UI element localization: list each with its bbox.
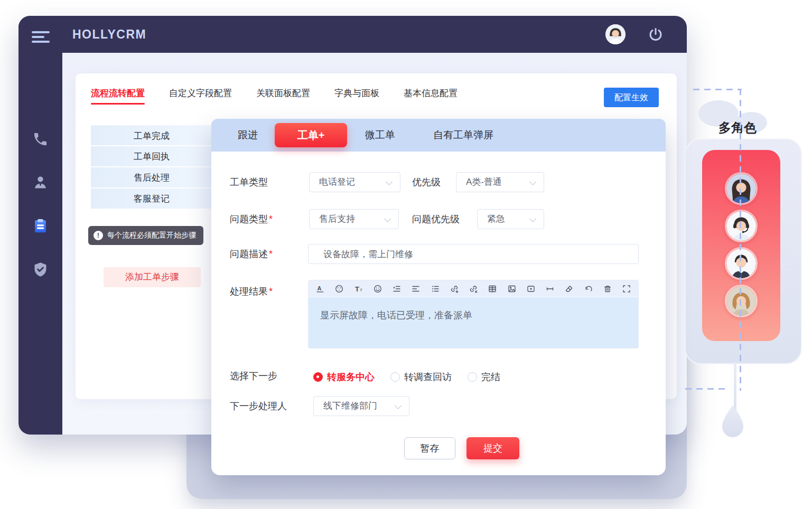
shield-icon[interactable] (32, 261, 49, 278)
list-item-service-register[interactable]: 客服登记 (91, 188, 212, 210)
teardrop-decoration (718, 406, 748, 442)
dashed-line-vertical (740, 89, 741, 391)
submit-button[interactable]: 提交 (466, 437, 519, 459)
image-icon[interactable] (507, 284, 517, 294)
emoji-icon[interactable] (373, 284, 382, 294)
priority-label: 优先级 (412, 172, 441, 192)
align-icon[interactable] (411, 284, 421, 294)
tab-dictionary-panel[interactable]: 字典与面板 (334, 87, 379, 105)
fullscreen-icon[interactable] (622, 284, 631, 294)
issue-type-label: 问题类型* (230, 209, 273, 229)
next-handler-label: 下一步处理人 (230, 396, 287, 416)
radio-dot-icon (468, 372, 477, 382)
phone-icon[interactable] (32, 131, 49, 147)
list-item-aftersales[interactable]: 售后处理 (91, 167, 212, 188)
top-header: HOLLYCRM (18, 16, 687, 53)
undo-icon[interactable] (584, 284, 593, 294)
eraser-icon[interactable] (564, 284, 574, 294)
list-item-ticket-receipt[interactable]: 工单回执 (91, 146, 212, 167)
workflow-step-list: 工单完成 工单回执 售后处理 客服登记 (91, 125, 212, 210)
svg-text:A: A (318, 285, 322, 291)
radio-finish[interactable]: 完结 (468, 371, 500, 383)
divider-icon[interactable] (545, 284, 555, 294)
headset-agent-avatar (725, 210, 758, 242)
editor-toolbar: ATT (309, 280, 638, 297)
worksheet-icon[interactable] (32, 218, 49, 234)
palette-icon[interactable] (334, 284, 344, 294)
issue-desc-input[interactable] (308, 244, 639, 264)
link-add-icon[interactable] (450, 284, 459, 294)
ticket-type-label: 工单类型 (230, 172, 268, 192)
issue-priority-select[interactable]: 紧急 (477, 209, 544, 229)
radio-to-service-center[interactable]: 转服务中心 (313, 371, 375, 383)
radio-dot-icon (313, 372, 323, 382)
link-remove-icon[interactable] (469, 284, 478, 294)
svg-text:T: T (355, 285, 359, 293)
indent-icon[interactable] (392, 284, 402, 294)
brand-logo: HOLLYCRM (72, 16, 146, 53)
tab-custom-fields[interactable]: 自定义字段配置 (169, 87, 232, 105)
apply-config-button[interactable]: 配置生效 (604, 88, 659, 107)
tab-basic-info[interactable]: 基本信息配置 (404, 87, 458, 105)
next-handler-select[interactable]: 线下维修部门 (313, 396, 409, 416)
role-panel (702, 150, 780, 341)
dashed-line-top (693, 89, 742, 90)
config-tabs: 流程流转配置 自定义字段配置 关联面板配置 字典与面板 基本信息配置 (91, 87, 458, 105)
next-step-label: 选择下一步 (230, 366, 277, 386)
modal-tab-ticket-active[interactable]: 工单+ (275, 123, 347, 147)
ticket-type-select[interactable]: 电话登记 (309, 172, 400, 192)
svg-text:T: T (360, 287, 362, 292)
list-item-ticket-complete[interactable]: 工单完成 (91, 125, 212, 146)
next-step-radio-group: 转服务中心 转调查回访 完结 (313, 371, 500, 383)
delete-icon[interactable] (603, 284, 612, 294)
tab-process-flow[interactable]: 流程流转配置 (91, 87, 145, 105)
notice-tooltip: ! 每个流程必须配置开始步骤 (88, 226, 203, 245)
drop-stem-decoration (734, 362, 736, 411)
notice-text: 每个流程必须配置开始步骤 (107, 231, 196, 240)
modal-tabbar: 跟进 工单+ 微工单 自有工单弹屏 (211, 119, 666, 152)
female-agent-avatar (725, 172, 758, 205)
issue-desc-label: 问题描述* (230, 244, 273, 264)
font-style-icon[interactable]: A (315, 284, 325, 294)
radio-to-survey[interactable]: 转调查回访 (390, 371, 452, 383)
tab-linked-panel[interactable]: 关联面板配置 (256, 87, 310, 105)
menu-icon[interactable] (32, 31, 50, 45)
priority-select[interactable]: A类-普通 (456, 172, 544, 192)
dashed-line-bottom (685, 388, 727, 390)
ticket-modal: 跟进 工单+ 微工单 自有工单弹屏 工单类型 电话登记 优先级 A类-普通 问题… (211, 119, 666, 475)
contacts-icon[interactable] (32, 174, 49, 191)
video-icon[interactable] (526, 284, 536, 294)
screenshot-stage: HOLLYCRM 流程流转配置 自定义字段配置 关联面板配置 字典与面板 基本信… (0, 0, 812, 509)
richtext-editor: ATT 显示屏故障，电话已受理，准备派单 (308, 280, 639, 348)
font-size-icon[interactable]: TT (354, 284, 363, 294)
list-icon[interactable] (431, 284, 440, 294)
male-agent-avatar (725, 247, 758, 280)
issue-priority-label: 问题优先级 (412, 209, 460, 229)
modal-tab-own-popup[interactable]: 自有工单弹屏 (433, 128, 493, 142)
multi-role-title: 多角色 (718, 119, 757, 136)
modal-tab-microticket[interactable]: 微工单 (365, 128, 395, 142)
exclamation-icon: ! (94, 231, 103, 240)
radio-dot-icon (390, 372, 400, 382)
issue-type-select[interactable]: 售后支持 (309, 209, 399, 229)
user-avatar[interactable] (605, 24, 626, 44)
left-sidebar (18, 16, 62, 435)
table-icon[interactable] (488, 284, 497, 294)
blonde-agent-avatar (725, 285, 758, 317)
editor-content[interactable]: 显示屏故障，电话已受理，准备派单 (309, 297, 638, 348)
result-label: 处理结果* (230, 281, 273, 301)
power-logout-icon[interactable] (648, 26, 664, 42)
add-step-button[interactable]: 添加工单步骤 (104, 267, 201, 287)
modal-tab-follow[interactable]: 跟进 (238, 128, 258, 142)
save-draft-button[interactable]: 暂存 (404, 437, 455, 459)
